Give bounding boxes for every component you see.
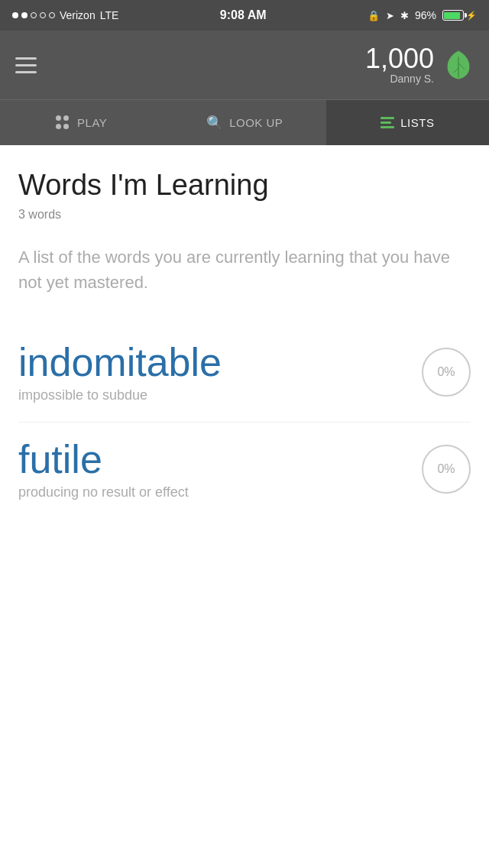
app-header: 1,000 Danny S.	[0, 31, 489, 99]
tab-lists-label: LISTS	[400, 116, 434, 129]
word-count: 3 words	[18, 208, 471, 222]
battery-fill	[444, 12, 460, 19]
hamburger-line-1	[15, 57, 37, 60]
user-name: Danny S.	[365, 73, 434, 85]
play-icon	[56, 115, 71, 131]
score-section: 1,000 Danny S.	[365, 45, 434, 85]
word-definition-2: producing no result or effect	[18, 484, 410, 500]
signal-dot-2	[21, 12, 28, 18]
bluetooth-icon: ✱	[400, 10, 409, 21]
leaf-icon	[443, 50, 474, 80]
network-label: LTE	[100, 9, 119, 21]
signal-dot-5	[49, 12, 55, 18]
word-details-2: futile producing no result or effect	[18, 438, 410, 500]
signal-dot-4	[40, 12, 46, 18]
status-bar: Verizon LTE 9:08 AM 🔒 ➤ ✱ 96% ⚡	[0, 0, 489, 31]
carrier-label: Verizon	[60, 9, 96, 21]
progress-circle-1: 0%	[422, 348, 471, 397]
word-text-1: indomitable	[18, 341, 410, 384]
battery-percent: 96%	[415, 9, 436, 21]
progress-label-2: 0%	[437, 462, 455, 476]
hamburger-menu-button[interactable]	[15, 57, 37, 73]
status-time: 9:08 AM	[220, 8, 267, 22]
list-description: A list of the words you are currently le…	[18, 245, 471, 295]
location-icon: ➤	[386, 10, 394, 21]
score-value: 1,000	[365, 45, 434, 73]
signal-dot-1	[12, 12, 18, 18]
lock-icon: 🔒	[368, 10, 380, 21]
tab-lookup[interactable]: 🔍 LOOK UP	[163, 100, 325, 145]
signal-dots	[12, 12, 55, 18]
tab-lookup-label: LOOK UP	[229, 116, 283, 129]
battery-icon	[442, 10, 464, 21]
word-item[interactable]: indomitable impossible to subdue 0%	[18, 326, 471, 423]
header-right: 1,000 Danny S.	[365, 45, 474, 85]
lists-icon	[381, 117, 394, 128]
main-content: Words I'm Learning 3 words A list of the…	[0, 145, 489, 542]
tab-play-label: PLAY	[77, 116, 107, 129]
tab-play[interactable]: PLAY	[0, 100, 163, 145]
word-text-2: futile	[18, 438, 410, 481]
word-list: indomitable impossible to subdue 0% futi…	[18, 326, 471, 519]
search-icon: 🔍	[206, 115, 224, 131]
status-right: 🔒 ➤ ✱ 96% ⚡	[368, 9, 477, 21]
progress-label-1: 0%	[437, 365, 455, 379]
word-definition-1: impossible to subdue	[18, 387, 410, 403]
nav-tabs: PLAY 🔍 LOOK UP LISTS	[0, 99, 489, 145]
battery-indicator: ⚡	[442, 10, 477, 21]
charging-icon: ⚡	[466, 11, 477, 21]
status-left: Verizon LTE	[12, 9, 118, 21]
progress-circle-2: 0%	[422, 445, 471, 494]
hamburger-line-3	[15, 71, 37, 73]
tab-lists[interactable]: LISTS	[326, 100, 489, 145]
word-item[interactable]: futile producing no result or effect 0%	[18, 423, 471, 519]
page-title: Words I'm Learning	[18, 168, 471, 203]
hamburger-line-2	[15, 64, 37, 66]
signal-dot-3	[31, 12, 37, 18]
word-details-1: indomitable impossible to subdue	[18, 341, 410, 403]
